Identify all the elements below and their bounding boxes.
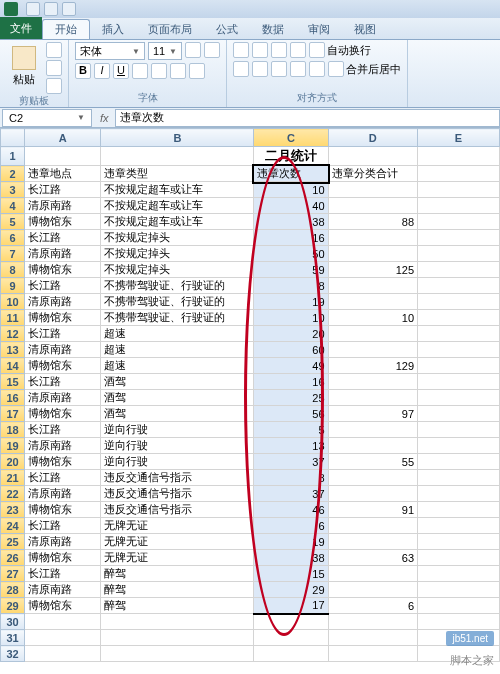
italic-button[interactable]: I (94, 63, 110, 79)
cell[interactable]: 违反交通信号指示 (101, 486, 254, 502)
cell[interactable] (328, 246, 418, 262)
orientation-icon[interactable] (290, 42, 306, 58)
cell[interactable] (418, 214, 500, 230)
cell[interactable] (328, 534, 418, 550)
cell[interactable]: 无牌无证 (101, 518, 254, 534)
row-header[interactable]: 13 (1, 342, 25, 358)
cell[interactable]: 博物馆东 (25, 358, 101, 374)
row-header[interactable]: 24 (1, 518, 25, 534)
tab-data[interactable]: 数据 (250, 19, 296, 39)
cell[interactable]: 25 (254, 390, 328, 406)
cell[interactable]: 20 (254, 326, 328, 342)
cell[interactable]: 长江路 (25, 182, 101, 198)
cell[interactable]: 无牌无证 (101, 534, 254, 550)
cell[interactable]: 逆向行驶 (101, 422, 254, 438)
cell[interactable]: 逆向行驶 (101, 454, 254, 470)
row-header[interactable]: 27 (1, 566, 25, 582)
cell[interactable] (418, 550, 500, 566)
cell[interactable] (418, 598, 500, 614)
align-top-icon[interactable] (233, 42, 249, 58)
cell[interactable]: 逆向行驶 (101, 438, 254, 454)
cell[interactable]: 清原南路 (25, 294, 101, 310)
cell[interactable] (328, 198, 418, 214)
cell[interactable] (328, 390, 418, 406)
cell[interactable] (328, 438, 418, 454)
cell[interactable]: 8 (254, 470, 328, 486)
cell[interactable] (418, 294, 500, 310)
cell[interactable] (328, 582, 418, 598)
cell[interactable] (328, 294, 418, 310)
cell[interactable]: 91 (328, 502, 418, 518)
cell[interactable]: 博物馆东 (25, 550, 101, 566)
cell[interactable]: 长江路 (25, 566, 101, 582)
cell[interactable]: 不按规定超车或让车 (101, 214, 254, 230)
cell[interactable]: 博物馆东 (25, 502, 101, 518)
cell[interactable]: 超速 (101, 358, 254, 374)
cell[interactable]: 6 (254, 518, 328, 534)
row-header[interactable]: 22 (1, 486, 25, 502)
cell[interactable] (418, 198, 500, 214)
row-header[interactable]: 9 (1, 278, 25, 294)
cell[interactable]: 长江路 (25, 278, 101, 294)
align-right-icon[interactable] (271, 61, 287, 77)
cell[interactable]: 不按规定掉头 (101, 246, 254, 262)
tab-view[interactable]: 视图 (342, 19, 388, 39)
cell[interactable]: 60 (254, 342, 328, 358)
col-header[interactable]: E (418, 129, 500, 147)
cell[interactable] (328, 182, 418, 198)
cell[interactable] (418, 566, 500, 582)
cell[interactable]: 清原南路 (25, 246, 101, 262)
row-header[interactable]: 8 (1, 262, 25, 278)
row-header[interactable]: 19 (1, 438, 25, 454)
cell[interactable]: 博物馆东 (25, 214, 101, 230)
cell[interactable]: 29 (254, 582, 328, 598)
row-header[interactable]: 7 (1, 246, 25, 262)
cell[interactable]: 博物馆东 (25, 406, 101, 422)
row-header[interactable]: 32 (1, 646, 25, 662)
row-header[interactable]: 21 (1, 470, 25, 486)
cell[interactable]: 违反交通信号指示 (101, 470, 254, 486)
row-header[interactable]: 25 (1, 534, 25, 550)
cell[interactable]: 10 (254, 182, 328, 198)
cell[interactable]: 博物馆东 (25, 262, 101, 278)
cell[interactable]: 16 (254, 374, 328, 390)
cell[interactable]: 清原南路 (25, 534, 101, 550)
cell[interactable] (418, 374, 500, 390)
cell[interactable]: 醉驾 (101, 582, 254, 598)
col-header[interactable]: A (25, 129, 101, 147)
cell[interactable] (328, 374, 418, 390)
cell[interactable]: 56 (254, 406, 328, 422)
row-header[interactable]: 12 (1, 326, 25, 342)
cell[interactable]: 19 (254, 294, 328, 310)
fill-color-icon[interactable] (151, 63, 167, 79)
row-header[interactable]: 20 (1, 454, 25, 470)
cell[interactable]: 97 (328, 406, 418, 422)
cell[interactable] (418, 246, 500, 262)
merge-button[interactable]: 合并后居中 (328, 61, 401, 77)
cell[interactable]: 50 (254, 246, 328, 262)
cell[interactable]: 10 (328, 310, 418, 326)
align-middle-icon[interactable] (252, 42, 268, 58)
cell[interactable]: 40 (254, 198, 328, 214)
row-header[interactable]: 26 (1, 550, 25, 566)
cell[interactable]: 37 (254, 486, 328, 502)
col-header[interactable]: D (328, 129, 418, 147)
cell[interactable]: 博物馆东 (25, 598, 101, 614)
border-icon[interactable] (132, 63, 148, 79)
cell[interactable]: 不按规定掉头 (101, 230, 254, 246)
align-center-icon[interactable] (252, 61, 268, 77)
cell[interactable]: 129 (328, 358, 418, 374)
row-header[interactable]: 16 (1, 390, 25, 406)
cell[interactable]: 违章地点 (25, 166, 101, 182)
cell[interactable]: 博物馆东 (25, 454, 101, 470)
cell[interactable] (418, 230, 500, 246)
cell[interactable]: 清原南路 (25, 390, 101, 406)
cell[interactable] (418, 262, 500, 278)
cell[interactable]: 88 (328, 214, 418, 230)
tab-layout[interactable]: 页面布局 (136, 19, 204, 39)
cell[interactable] (418, 518, 500, 534)
cell[interactable]: 清原南路 (25, 198, 101, 214)
tab-home[interactable]: 开始 (42, 19, 90, 39)
redo-icon[interactable] (62, 2, 76, 16)
cell[interactable] (418, 502, 500, 518)
